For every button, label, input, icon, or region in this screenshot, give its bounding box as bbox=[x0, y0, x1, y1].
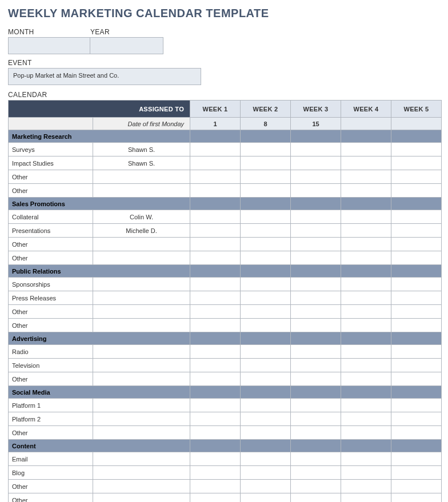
assignee-cell[interactable] bbox=[93, 184, 190, 198]
week-cell[interactable] bbox=[291, 372, 341, 386]
week-cell[interactable] bbox=[190, 251, 241, 265]
task-cell[interactable]: Other bbox=[9, 184, 93, 198]
assignee-cell[interactable] bbox=[93, 426, 190, 440]
week-cell[interactable] bbox=[241, 305, 291, 319]
week-cell[interactable] bbox=[241, 480, 291, 493]
week-cell[interactable] bbox=[391, 319, 442, 332]
week-cell[interactable] bbox=[391, 412, 442, 426]
week-cell[interactable] bbox=[190, 452, 241, 466]
week-cell[interactable] bbox=[241, 143, 291, 156]
week-cell[interactable] bbox=[291, 156, 341, 170]
subheader-day-1[interactable]: 1 bbox=[190, 118, 241, 130]
assignee-cell[interactable]: Colin W. bbox=[93, 210, 190, 224]
assignee-cell[interactable] bbox=[93, 345, 190, 359]
week-cell[interactable] bbox=[341, 291, 391, 305]
week-cell[interactable] bbox=[391, 291, 442, 305]
assignee-cell[interactable]: Michelle D. bbox=[93, 224, 190, 238]
week-cell[interactable] bbox=[190, 184, 241, 198]
assignee-cell[interactable]: Shawn S. bbox=[93, 143, 190, 156]
week-cell[interactable] bbox=[241, 210, 291, 224]
week-cell[interactable] bbox=[291, 319, 341, 332]
week-cell[interactable] bbox=[391, 372, 442, 386]
week-cell[interactable] bbox=[291, 466, 341, 480]
week-cell[interactable] bbox=[241, 345, 291, 359]
week-cell[interactable] bbox=[391, 224, 442, 238]
week-cell[interactable] bbox=[341, 399, 391, 412]
assignee-cell[interactable] bbox=[93, 466, 190, 480]
task-cell[interactable]: Other bbox=[9, 426, 93, 440]
week-cell[interactable] bbox=[291, 224, 341, 238]
week-cell[interactable] bbox=[341, 143, 391, 156]
week-cell[interactable] bbox=[341, 426, 391, 440]
week-cell[interactable] bbox=[291, 291, 341, 305]
week-cell[interactable] bbox=[190, 238, 241, 251]
week-cell[interactable] bbox=[391, 493, 442, 503]
assignee-cell[interactable] bbox=[93, 170, 190, 184]
week-cell[interactable] bbox=[291, 359, 341, 372]
week-cell[interactable] bbox=[241, 493, 291, 503]
week-cell[interactable] bbox=[241, 452, 291, 466]
week-cell[interactable] bbox=[341, 319, 391, 332]
week-cell[interactable] bbox=[241, 251, 291, 265]
assignee-cell[interactable] bbox=[93, 452, 190, 466]
week-cell[interactable] bbox=[291, 345, 341, 359]
week-cell[interactable] bbox=[391, 345, 442, 359]
assignee-cell[interactable]: Shawn S. bbox=[93, 156, 190, 170]
task-cell[interactable]: Presentations bbox=[9, 224, 93, 238]
week-cell[interactable] bbox=[241, 184, 291, 198]
week-cell[interactable] bbox=[391, 305, 442, 319]
week-cell[interactable] bbox=[291, 305, 341, 319]
week-cell[interactable] bbox=[341, 210, 391, 224]
week-cell[interactable] bbox=[341, 372, 391, 386]
task-cell[interactable]: Impact Studies bbox=[9, 156, 93, 170]
assignee-cell[interactable] bbox=[93, 251, 190, 265]
week-cell[interactable] bbox=[341, 170, 391, 184]
week-cell[interactable] bbox=[341, 412, 391, 426]
event-input[interactable]: Pop-up Market at Main Street and Co. bbox=[8, 68, 201, 85]
week-cell[interactable] bbox=[190, 210, 241, 224]
week-cell[interactable] bbox=[341, 156, 391, 170]
week-cell[interactable] bbox=[391, 452, 442, 466]
week-cell[interactable] bbox=[391, 480, 442, 493]
week-cell[interactable] bbox=[241, 359, 291, 372]
week-cell[interactable] bbox=[190, 345, 241, 359]
week-cell[interactable] bbox=[241, 170, 291, 184]
week-cell[interactable] bbox=[291, 412, 341, 426]
week-cell[interactable] bbox=[391, 170, 442, 184]
task-cell[interactable]: Other bbox=[9, 251, 93, 265]
week-cell[interactable] bbox=[341, 224, 391, 238]
week-cell[interactable] bbox=[190, 426, 241, 440]
week-cell[interactable] bbox=[241, 372, 291, 386]
week-cell[interactable] bbox=[341, 238, 391, 251]
week-cell[interactable] bbox=[341, 452, 391, 466]
week-cell[interactable] bbox=[190, 480, 241, 493]
week-cell[interactable] bbox=[190, 224, 241, 238]
assignee-cell[interactable] bbox=[93, 359, 190, 372]
week-cell[interactable] bbox=[291, 426, 341, 440]
week-cell[interactable] bbox=[291, 251, 341, 265]
task-cell[interactable]: Platform 1 bbox=[9, 399, 93, 412]
week-cell[interactable] bbox=[391, 238, 442, 251]
week-cell[interactable] bbox=[241, 278, 291, 291]
week-cell[interactable] bbox=[190, 399, 241, 412]
week-cell[interactable] bbox=[291, 170, 341, 184]
subheader-day-3[interactable]: 15 bbox=[291, 118, 341, 130]
assignee-cell[interactable] bbox=[93, 278, 190, 291]
week-cell[interactable] bbox=[241, 319, 291, 332]
assignee-cell[interactable] bbox=[93, 305, 190, 319]
week-cell[interactable] bbox=[391, 251, 442, 265]
assignee-cell[interactable] bbox=[93, 412, 190, 426]
week-cell[interactable] bbox=[341, 278, 391, 291]
week-cell[interactable] bbox=[291, 143, 341, 156]
assignee-cell[interactable] bbox=[93, 319, 190, 332]
week-cell[interactable] bbox=[341, 466, 391, 480]
week-cell[interactable] bbox=[241, 426, 291, 440]
task-cell[interactable]: Collateral bbox=[9, 210, 93, 224]
week-cell[interactable] bbox=[241, 224, 291, 238]
assignee-cell[interactable] bbox=[93, 238, 190, 251]
task-cell[interactable]: Other bbox=[9, 319, 93, 332]
assignee-cell[interactable] bbox=[93, 372, 190, 386]
week-cell[interactable] bbox=[341, 480, 391, 493]
subheader-day-4[interactable] bbox=[341, 118, 391, 130]
week-cell[interactable] bbox=[291, 278, 341, 291]
